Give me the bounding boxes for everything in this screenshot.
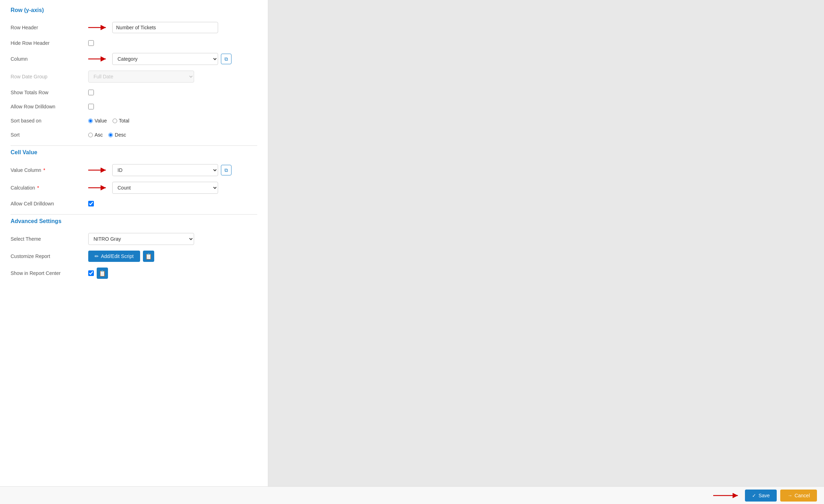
show-report-center-control: 📋 xyxy=(88,268,257,279)
allow-cell-drilldown-label: Allow Cell Drilldown xyxy=(11,201,88,206)
allow-row-drilldown-checkbox[interactable] xyxy=(88,104,94,109)
sort-total-label: Total xyxy=(119,118,130,124)
customize-report-book-icon[interactable]: 📋 xyxy=(143,251,154,262)
row-date-group-select[interactable]: Full Date Year Month Week Day xyxy=(88,71,194,83)
advanced-settings-section: Advanced Settings Select Theme NITRO Gra… xyxy=(11,218,257,282)
calculation-arrow xyxy=(88,184,109,191)
column-select[interactable]: Category Status Priority Assignee xyxy=(112,53,218,65)
hide-row-header-checkbox[interactable] xyxy=(88,40,94,46)
select-theme-row: Select Theme NITRO Gray Default Dark Lig… xyxy=(11,230,257,248)
allow-row-drilldown-label: Allow Row Drilldown xyxy=(11,104,88,109)
row-header-input[interactable] xyxy=(112,22,218,33)
advanced-settings-title: Advanced Settings xyxy=(11,218,257,224)
row-header-arrow xyxy=(88,24,109,31)
sort-control: Asc Desc xyxy=(88,132,257,138)
column-arrow xyxy=(88,55,109,62)
right-panel xyxy=(268,0,824,486)
row-header-control xyxy=(88,22,257,33)
cell-value-section: Cell Value Value Column * xyxy=(11,149,257,211)
add-edit-script-button[interactable]: ✏ Add/Edit Script xyxy=(88,251,140,262)
value-column-row: Value Column * ID Status Ca xyxy=(11,161,257,179)
sort-desc-label: Desc xyxy=(115,132,126,138)
show-report-center-checkbox[interactable] xyxy=(88,270,94,276)
allow-cell-drilldown-control xyxy=(88,201,257,206)
sort-based-on-control: Value Total xyxy=(88,118,257,124)
show-totals-label: Show Totals Row xyxy=(11,90,88,95)
show-report-center-row: Show in Report Center 📋 xyxy=(11,265,257,282)
column-label: Column xyxy=(11,56,88,62)
sort-asc-radio[interactable] xyxy=(88,133,93,137)
sort-desc-option[interactable]: Desc xyxy=(108,132,126,138)
value-column-control: ID Status Category Priority ⧉ xyxy=(88,164,257,176)
divider-2 xyxy=(11,214,257,215)
hide-row-header-row: Hide Row Header xyxy=(11,36,257,50)
show-report-center-book-icon[interactable]: 📋 xyxy=(97,268,108,279)
hide-row-header-control xyxy=(88,40,257,46)
calculation-control: Count Sum Average Min Max xyxy=(88,182,257,194)
footer-bar: ✓ Save → Cancel xyxy=(0,486,824,504)
select-theme-control: NITRO Gray Default Dark Light xyxy=(88,233,257,245)
column-external-link-icon[interactable]: ⧉ xyxy=(221,54,231,64)
calculation-required: * xyxy=(36,185,39,191)
calculation-select[interactable]: Count Sum Average Min Max xyxy=(112,182,218,194)
allow-cell-drilldown-row: Allow Cell Drilldown xyxy=(11,197,257,211)
show-totals-checkbox[interactable] xyxy=(88,90,94,95)
check-icon: ✓ xyxy=(752,493,756,498)
calculation-label: Calculation * xyxy=(11,185,88,191)
hide-row-header-label: Hide Row Header xyxy=(11,40,88,46)
divider-1 xyxy=(11,145,257,146)
allow-cell-drilldown-checkbox[interactable] xyxy=(88,201,94,206)
column-control: Category Status Priority Assignee ⧉ xyxy=(88,53,257,65)
left-panel: Row (y-axis) Row Header xyxy=(0,0,268,486)
sort-based-on-radio-group: Value Total xyxy=(88,118,129,124)
row-axis-title: Row (y-axis) xyxy=(11,7,257,13)
sort-based-on-row: Sort based on Value Total xyxy=(11,114,257,128)
arrow-icon: → xyxy=(787,493,792,498)
save-button[interactable]: ✓ Save xyxy=(745,490,777,502)
value-column-required: * xyxy=(42,167,45,173)
sort-row: Sort Asc Desc xyxy=(11,128,257,142)
sort-asc-option[interactable]: Asc xyxy=(88,132,103,138)
sort-based-on-label: Sort based on xyxy=(11,118,88,124)
sort-radio-group: Asc Desc xyxy=(88,132,126,138)
value-column-arrow xyxy=(88,167,109,174)
sort-value-label: Value xyxy=(95,118,107,124)
customize-report-row: Customize Report ✏ Add/Edit Script 📋 xyxy=(11,248,257,265)
sort-value-radio[interactable] xyxy=(88,119,93,123)
value-column-external-link-icon[interactable]: ⧉ xyxy=(221,165,231,175)
customize-report-label: Customize Report xyxy=(11,253,88,259)
allow-row-drilldown-row: Allow Row Drilldown xyxy=(11,100,257,114)
row-header-label: Row Header xyxy=(11,25,88,30)
row-header-row: Row Header xyxy=(11,19,257,36)
select-theme-label: Select Theme xyxy=(11,236,88,242)
cell-value-title: Cell Value xyxy=(11,149,257,156)
show-totals-control xyxy=(88,90,257,95)
sort-value-option[interactable]: Value xyxy=(88,118,107,124)
show-totals-row: Show Totals Row xyxy=(11,85,257,100)
row-date-group-row: Row Date Group Full Date Year Month Week… xyxy=(11,68,257,85)
row-date-group-label: Row Date Group xyxy=(11,74,88,79)
cancel-button[interactable]: → Cancel xyxy=(780,490,817,502)
row-axis-section: Row (y-axis) Row Header xyxy=(11,7,257,142)
sort-total-option[interactable]: Total xyxy=(113,118,130,124)
row-date-group-control: Full Date Year Month Week Day xyxy=(88,71,257,83)
footer-arrow xyxy=(713,491,741,500)
sort-desc-radio[interactable] xyxy=(108,133,113,137)
pencil-icon: ✏ xyxy=(95,253,99,259)
customize-report-control: ✏ Add/Edit Script 📋 xyxy=(88,251,257,262)
show-report-center-label: Show in Report Center xyxy=(11,270,88,276)
column-row: Column Category Status Priority xyxy=(11,50,257,68)
value-column-select[interactable]: ID Status Category Priority xyxy=(112,164,218,176)
sort-label: Sort xyxy=(11,132,88,138)
value-column-label: Value Column * xyxy=(11,167,88,173)
select-theme-select[interactable]: NITRO Gray Default Dark Light xyxy=(88,233,194,245)
sort-total-radio[interactable] xyxy=(113,119,117,123)
calculation-row: Calculation * Count Sum Ave xyxy=(11,179,257,197)
sort-asc-label: Asc xyxy=(95,132,103,138)
allow-row-drilldown-control xyxy=(88,104,257,109)
